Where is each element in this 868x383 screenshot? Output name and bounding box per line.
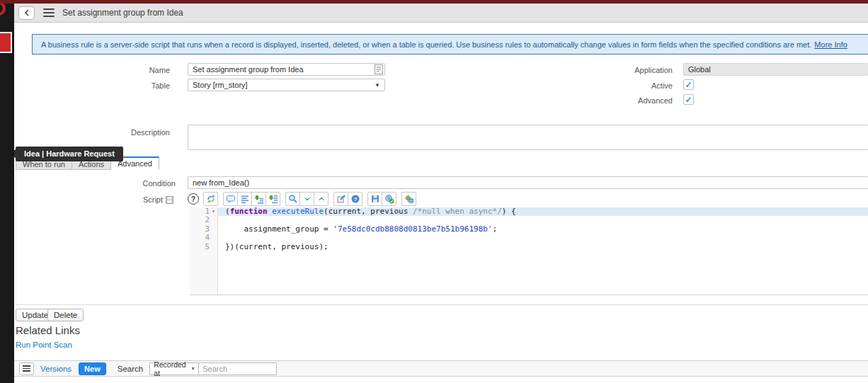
field-tooltip: Idea | Hardware Request [16,147,123,161]
format-code-icon[interactable] [203,192,218,206]
nav-highlight-block[interactable] [0,32,12,53]
gutter-numbers[interactable]: 1▾2345 [190,207,218,295]
table-select-value: Story [rm_story] [193,81,248,89]
application-field: Global [683,63,868,76]
expand-text-icon[interactable] [375,64,383,74]
check-icon: ✓ [685,80,692,90]
script-label: Script [143,195,163,204]
search-icon[interactable] [285,192,300,206]
code-line[interactable]: assignment_group = '7e58dc0cdb8808d0813b… [218,225,868,234]
versions-list-bar: Versions New Search Recorded at ▼ [14,360,868,377]
page: Set assignment group from Idea A busines… [0,0,868,383]
description-label: Description [71,128,170,137]
find-next-icon[interactable] [299,192,314,206]
app-logo-icon [0,1,6,16]
application-value: Global [688,65,711,74]
table-label: Table [71,81,170,90]
script-toolbar: ? [203,192,416,206]
dropdown-arrow-icon: ▼ [190,366,195,371]
code-line[interactable]: (function executeRule(current, previous … [218,207,868,216]
find-previous-icon[interactable] [314,192,329,206]
script-help-button[interactable]: ? [188,193,199,205]
back-button[interactable] [18,6,35,20]
open-in-editor-icon[interactable] [333,192,348,206]
related-links-heading: Related Links [16,324,80,336]
toggle-comment-icon[interactable] [223,192,238,206]
fold-spacer [210,216,217,224]
fold-spacer [210,225,217,234]
search-field-select[interactable]: Recorded at ▼ [149,362,199,375]
more-info-link[interactable]: More Info [814,40,847,49]
advanced-label: Advanced [573,96,673,105]
active-checkbox[interactable]: ✓ [683,79,694,90]
page-title: Set assignment group from Idea [62,8,183,18]
fold-arrow-icon[interactable]: ▾ [210,207,217,216]
list-search-input[interactable] [198,362,277,375]
context-menu-icon[interactable] [43,8,55,17]
script-label-wrap: Script [74,195,173,204]
script-field-icon [166,196,173,204]
info-banner-text: A business rule is a server-side script … [41,40,811,49]
name-label: Name [71,66,170,74]
list-menu-icon[interactable] [19,362,34,375]
left-nav-strip [0,0,14,383]
code-lines[interactable]: (function executeRule(current, previous … [218,207,868,295]
form-header: Set assignment group from Idea [14,4,868,23]
script-editor[interactable]: 1▾2345 (function executeRule(current, pr… [190,207,868,295]
condition-input[interactable] [188,176,868,189]
fold-spacer [210,234,217,242]
field-tooltip-text: Idea | Hardware Request [24,149,115,158]
check-icon: ✓ [685,95,692,105]
toolbar-group-save [367,192,396,206]
indent-block-icon[interactable] [265,192,280,206]
toolbar-group-search [285,192,329,206]
search-field-value: Recorded at [154,360,190,377]
advanced-checkbox[interactable]: ✓ [683,94,694,105]
toolbar-group-edit [223,192,280,206]
dropdown-arrow-icon: ▼ [375,82,380,88]
active-label: Active [573,81,673,90]
save-icon[interactable] [367,192,382,206]
toolbar-group-format [203,192,218,206]
name-input[interactable] [188,63,385,76]
new-button[interactable]: New [79,362,106,375]
info-banner: A business rule is a server-side script … [32,34,868,55]
top-accent-bar [0,0,868,4]
format-lines-icon[interactable] [237,192,252,206]
chevron-left-icon [23,8,30,17]
delete-button[interactable]: Delete [47,309,84,321]
toolbar-group-debug [401,192,416,206]
search-label: Search [118,365,143,373]
syntax-check-icon[interactable] [382,192,396,206]
fold-spacer [210,243,217,251]
script-debug-icon[interactable] [401,192,416,206]
run-point-scan-link[interactable]: Run Point Scan [16,341,72,349]
application-label: Application [573,66,673,74]
help-globe-icon[interactable]: ? [348,192,362,206]
condition-label: Condition [76,179,176,188]
code-line[interactable]: })(current, previous); [218,243,868,251]
question-mark-icon: ? [191,195,195,203]
table-select[interactable]: Story [rm_story] ▼ [188,79,385,91]
description-textarea[interactable] [188,125,868,150]
svg-text:?: ? [353,196,357,202]
indent-code-icon[interactable] [251,192,266,206]
toolbar-group-window: ? [333,192,362,206]
versions-link[interactable]: Versions [40,365,72,373]
